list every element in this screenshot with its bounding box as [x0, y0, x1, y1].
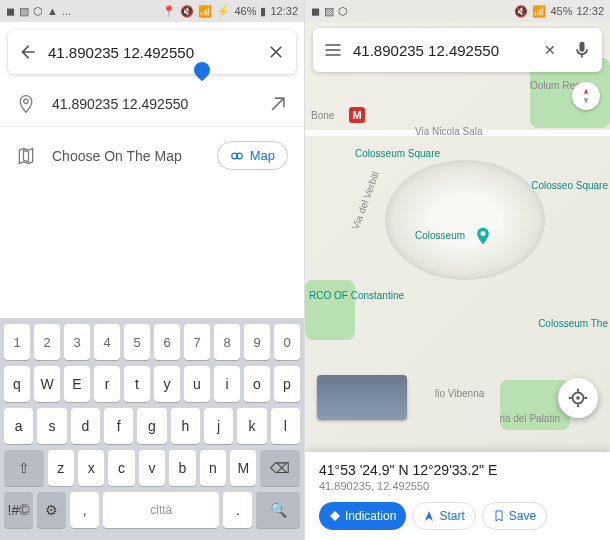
back-icon[interactable] [16, 40, 40, 64]
status-right-icons: 🔇📶 45% 12:32 [514, 5, 604, 18]
key-c[interactable]: c [108, 450, 134, 486]
key-f[interactable]: f [104, 408, 133, 444]
key-x[interactable]: x [78, 450, 104, 486]
key-i[interactable]: i [214, 366, 240, 402]
comma-key[interactable]: , [70, 492, 99, 528]
key-W[interactable]: W [34, 366, 60, 402]
key-3[interactable]: 3 [64, 324, 90, 360]
map-label: lio Vibenna [435, 388, 484, 399]
menu-icon[interactable] [321, 38, 345, 62]
map-chip-label: Map [250, 148, 275, 163]
status-bar-right: ◼▧⬡ 🔇📶 45% 12:32 [305, 0, 610, 22]
map-label: Colosseum [415, 230, 465, 241]
map-label: ria del Palatin [499, 413, 560, 424]
map-label: Via del Verbiti [350, 170, 381, 231]
sym-key[interactable]: !#© [4, 492, 33, 528]
key-y[interactable]: y [154, 366, 180, 402]
key-h[interactable]: h [171, 408, 200, 444]
info-title: 41°53 '24.9" N 12°29'33.2" E [319, 462, 596, 478]
search-bar-left [8, 30, 296, 74]
key-v[interactable]: v [139, 450, 165, 486]
map-label: Bone [311, 110, 334, 121]
key-r[interactable]: r [94, 366, 120, 402]
streetview-thumbnail[interactable] [317, 375, 407, 420]
location-info-panel: 41°53 '24.9" N 12°29'33.2" E 41.890235, … [305, 452, 610, 540]
voice-icon[interactable] [570, 38, 594, 62]
key-1[interactable]: 1 [4, 324, 30, 360]
status-left-icons: ◼▧⬡ [311, 5, 348, 18]
key-j[interactable]: j [204, 408, 233, 444]
key-l[interactable]: l [271, 408, 300, 444]
map-label: RCO OF Constantine [309, 290, 404, 301]
start-label: Start [439, 509, 464, 523]
period-key[interactable]: . [223, 492, 252, 528]
key-o[interactable]: o [244, 366, 270, 402]
save-label: Save [509, 509, 536, 523]
suggestion-text: 41.890235 12.492550 [52, 96, 252, 112]
colosseum-shape [385, 160, 545, 280]
map-icon [16, 146, 36, 166]
directions-label: Indication [345, 509, 396, 523]
clear-icon[interactable]: ✕ [538, 38, 562, 62]
key-p[interactable]: p [274, 366, 300, 402]
compass-icon[interactable] [572, 82, 600, 110]
status-right-icons: 📍🔇📶⚡ 46% ▮ 12:32 [162, 5, 298, 18]
key-8[interactable]: 8 [214, 324, 240, 360]
poi-pin-icon[interactable] [473, 226, 493, 246]
key-b[interactable]: b [169, 450, 195, 486]
key-7[interactable]: 7 [184, 324, 210, 360]
key-4[interactable]: 4 [94, 324, 120, 360]
map-chip[interactable]: Map [217, 141, 288, 170]
save-button[interactable]: Save [482, 502, 547, 530]
key-n[interactable]: n [200, 450, 226, 486]
action-row: Indication Start Save [319, 502, 596, 530]
backspace-key[interactable]: ⌫ [260, 450, 300, 486]
search-input-right[interactable] [353, 42, 530, 59]
choose-on-map-row[interactable]: Choose On The Map Map [0, 127, 304, 184]
key-0[interactable]: 0 [274, 324, 300, 360]
clear-icon[interactable] [264, 40, 288, 64]
shift-key[interactable]: ⇧ [4, 450, 44, 486]
map-label: Colosseo Square [531, 180, 608, 191]
svg-point-2 [481, 231, 486, 236]
map-label: Via Nicola Sala [415, 126, 483, 137]
status-left-icons: ◼▧⬡▲... [6, 5, 71, 18]
my-location-button[interactable] [558, 378, 598, 418]
key-M[interactable]: M [230, 450, 256, 486]
key-u[interactable]: u [184, 366, 210, 402]
key-9[interactable]: 9 [244, 324, 270, 360]
battery-pct: 45% [550, 5, 572, 17]
search-input-left[interactable] [48, 44, 256, 61]
map-panel: a di Feltre Oolum Res Bone M Via Nicola … [305, 0, 610, 540]
key-g[interactable]: g [137, 408, 166, 444]
status-time: 12:32 [270, 5, 298, 17]
settings-key[interactable]: ⚙ [37, 492, 66, 528]
key-s[interactable]: s [37, 408, 66, 444]
metro-icon: M [349, 107, 365, 123]
key-2[interactable]: 2 [34, 324, 60, 360]
directions-button[interactable]: Indication [319, 502, 406, 530]
info-subtitle: 41.890235, 12.492550 [319, 480, 596, 492]
map-label: Colosseum Square [355, 148, 440, 159]
search-panel: ◼▧⬡▲... 📍🔇📶⚡ 46% ▮ 12:32 41.890235 12.49… [0, 0, 305, 540]
status-time: 12:32 [576, 5, 604, 17]
key-E[interactable]: E [64, 366, 90, 402]
key-t[interactable]: t [124, 366, 150, 402]
space-key[interactable]: città [103, 492, 219, 528]
search-key[interactable]: 🔍 [256, 492, 300, 528]
location-pin-icon [16, 94, 36, 114]
svg-point-4 [576, 396, 580, 400]
insert-arrow-icon[interactable] [268, 94, 288, 114]
search-suggestion[interactable]: 41.890235 12.492550 [0, 82, 304, 127]
park-area [305, 280, 355, 340]
key-k[interactable]: k [237, 408, 266, 444]
key-d[interactable]: d [71, 408, 100, 444]
key-z[interactable]: z [48, 450, 74, 486]
key-6[interactable]: 6 [154, 324, 180, 360]
search-bar-right: ✕ [313, 28, 602, 72]
status-bar-left: ◼▧⬡▲... 📍🔇📶⚡ 46% ▮ 12:32 [0, 0, 304, 22]
start-button[interactable]: Start [412, 502, 475, 530]
key-5[interactable]: 5 [124, 324, 150, 360]
key-q[interactable]: q [4, 366, 30, 402]
key-a[interactable]: a [4, 408, 33, 444]
